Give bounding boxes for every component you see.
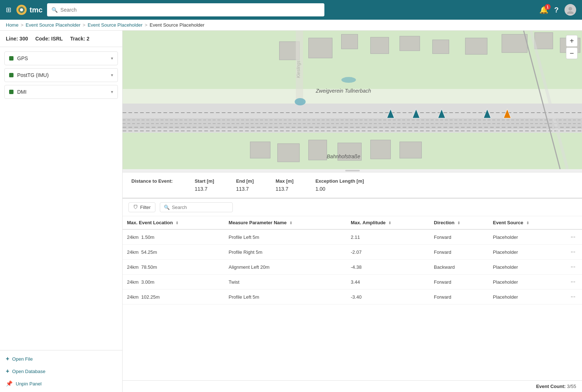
- row-actions-button[interactable]: ···: [568, 293, 578, 301]
- sensor-dmi[interactable]: DMI ▾: [4, 85, 118, 99]
- code-value: ISRL: [51, 36, 63, 42]
- event-table: Max. Event Location ⇕ Measure Parameter …: [123, 216, 582, 380]
- event-search-input[interactable]: [172, 205, 229, 210]
- cell-source: Placeholder: [489, 229, 564, 245]
- sort-icon-measure: ⇕: [289, 221, 292, 225]
- table-row: 24km 102.25m Profile Left 5m -3.40 Forwa…: [123, 290, 582, 304]
- col-header-measure[interactable]: Measure Parameter Name ⇕: [224, 216, 347, 229]
- cell-direction: Backward: [429, 260, 489, 275]
- end-value: 113.7: [236, 186, 254, 192]
- notifications-bell[interactable]: 🔔 1: [539, 5, 548, 14]
- row-actions-button[interactable]: ···: [568, 233, 578, 241]
- svg-rect-15: [465, 38, 487, 54]
- breadcrumb-crumb2[interactable]: Event Source Placeholder: [88, 22, 142, 28]
- zoom-out-button[interactable]: −: [566, 47, 578, 59]
- sensor-list: GPS ▾ PostTG (IMU) ▾ DMI ▾: [0, 47, 122, 203]
- cell-measure: Profile Left 5m: [224, 290, 347, 304]
- breadcrumb-current: Event Source Placeholder: [150, 22, 204, 28]
- sensor-gps[interactable]: GPS ▾: [4, 51, 118, 65]
- cell-amplitude: -4.38: [346, 260, 429, 275]
- svg-point-2: [568, 7, 572, 11]
- col-header-direction[interactable]: Direction ⇕: [429, 216, 489, 229]
- cell-actions[interactable]: ···: [564, 260, 582, 275]
- svg-text:Bahnhofstraße: Bahnhofstraße: [327, 154, 361, 159]
- exception-col: Exception Length [m] 1.00: [315, 178, 364, 192]
- unpin-panel-action[interactable]: 📌 Unpin Panel: [4, 378, 118, 389]
- search-icon: 🔍: [51, 7, 58, 13]
- sensor-posttg[interactable]: PostTG (IMU) ▾: [4, 68, 118, 82]
- resize-handle[interactable]: [123, 169, 582, 172]
- filter-button[interactable]: ⛉ Filter: [128, 202, 155, 212]
- event-count-value: 3/55: [567, 384, 576, 389]
- plus-icon-file: +: [6, 356, 9, 362]
- row-actions-button[interactable]: ···: [568, 248, 578, 256]
- svg-text:Zweigverein Tullnerbach: Zweigverein Tullnerbach: [316, 88, 371, 94]
- open-database-action[interactable]: + Open Database: [4, 366, 118, 377]
- cell-actions[interactable]: ···: [564, 245, 582, 260]
- breadcrumb: Home > Event Source Placeholder > Event …: [0, 20, 582, 31]
- cell-actions[interactable]: ···: [564, 290, 582, 304]
- global-search-box[interactable]: 🔍: [47, 3, 324, 16]
- cell-direction: Forward: [429, 275, 489, 290]
- svg-point-3: [567, 11, 574, 14]
- col-header-source[interactable]: Event Source ⇕: [489, 216, 564, 229]
- cell-direction: Forward: [429, 290, 489, 304]
- svg-rect-13: [400, 36, 420, 51]
- map-container[interactable]: Zweigverein Tullnerbach Bahnhofstraße Ki…: [123, 31, 582, 169]
- row-actions-button[interactable]: ···: [568, 278, 578, 286]
- svg-rect-20: [278, 144, 300, 162]
- table-row: 24km 78.50m Alignment Left 20m -4.38 Bac…: [123, 260, 582, 275]
- cell-amplitude: -3.40: [346, 290, 429, 304]
- row-actions-button[interactable]: ···: [568, 263, 578, 271]
- cell-direction: Forward: [429, 245, 489, 260]
- cell-source: Placeholder: [489, 260, 564, 275]
- exception-value: 1.00: [315, 186, 364, 192]
- cell-amplitude: 2.11: [346, 229, 429, 245]
- filter-label: Filter: [140, 205, 151, 210]
- svg-rect-23: [370, 140, 390, 159]
- cell-source: Placeholder: [489, 275, 564, 290]
- svg-rect-24: [400, 142, 421, 158]
- end-header: End [m]: [236, 178, 254, 184]
- top-navigation: ⊞ tmc 🔍 🔔 1 ?: [0, 0, 582, 20]
- cell-measure: Profile Left 5m: [224, 229, 347, 245]
- zoom-in-button[interactable]: +: [566, 35, 578, 47]
- breadcrumb-crumb1[interactable]: Event Source Placeholder: [26, 22, 80, 28]
- svg-rect-17: [535, 32, 553, 49]
- cell-location: 24km 3.00m: [123, 275, 224, 290]
- end-col: End [m] 113.7: [236, 178, 254, 192]
- sensor-dmi-dot: [9, 90, 14, 94]
- sort-icon-location: ⇕: [176, 221, 178, 225]
- breadcrumb-home[interactable]: Home: [6, 22, 19, 28]
- cell-amplitude: -2.07: [346, 245, 429, 260]
- chevron-down-icon-2: ▾: [111, 73, 113, 78]
- svg-rect-10: [309, 38, 332, 58]
- max-header: Max [m]: [275, 178, 293, 184]
- sort-icon-amplitude: ⇕: [388, 221, 391, 225]
- col-header-amplitude[interactable]: Max. Amplitude ⇕: [346, 216, 429, 229]
- cell-actions[interactable]: ···: [564, 229, 582, 245]
- left-panel-bottom: + Open File + Open Database 📌 Unpin Pane…: [0, 350, 122, 392]
- user-avatar[interactable]: [564, 4, 576, 16]
- global-search-input[interactable]: [61, 7, 320, 13]
- event-search-box[interactable]: 🔍: [160, 202, 233, 212]
- sensor-posttg-dot: [9, 73, 14, 77]
- sensor-gps-label: GPS: [17, 55, 111, 61]
- pin-icon: 📌: [6, 380, 13, 387]
- event-toolbar: ⛉ Filter 🔍: [123, 199, 582, 216]
- table-row: 24km 54.25m Profile Right 5m -2.07 Forwa…: [123, 245, 582, 260]
- code-label: Code:: [35, 36, 50, 42]
- cell-actions[interactable]: ···: [564, 275, 582, 290]
- help-button[interactable]: ?: [554, 6, 559, 14]
- notification-badge: 1: [545, 4, 551, 10]
- distance-label-col: Distance to Event: —: [131, 178, 173, 192]
- chevron-down-icon: ▾: [111, 56, 113, 61]
- distance-label: Distance to Event:: [131, 178, 173, 184]
- open-file-action[interactable]: + Open File: [4, 353, 118, 364]
- grid-icon[interactable]: ⊞: [6, 6, 11, 14]
- track-info: Line: 300 Code: ISRL Track: 2: [0, 31, 122, 47]
- cell-source: Placeholder: [489, 290, 564, 304]
- svg-rect-11: [342, 34, 358, 49]
- col-header-location[interactable]: Max. Event Location ⇕: [123, 216, 224, 229]
- plus-icon-db: +: [6, 368, 9, 374]
